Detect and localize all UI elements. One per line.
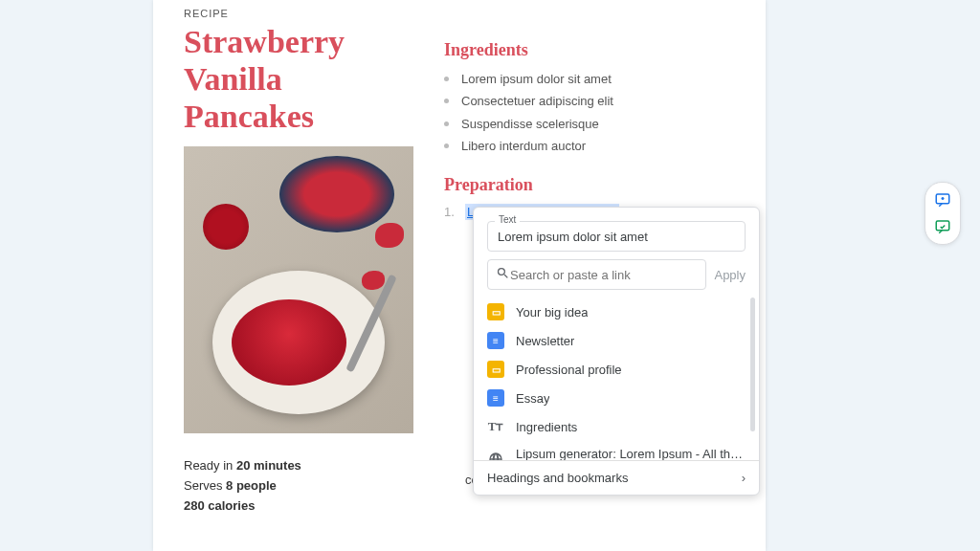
add-comment-button[interactable]	[929, 187, 956, 213]
recipe-title: Strawberry Vanilla Pancakes	[184, 23, 413, 135]
serves-value: 8 people	[226, 478, 277, 493]
suggestion-newsletter[interactable]: ≡ Newsletter	[474, 326, 759, 355]
chevron-right-icon: ›	[742, 471, 746, 485]
side-toolbar	[924, 182, 961, 245]
link-suggestions: ▭ Your big idea ≡ Newsletter ▭ Professio…	[474, 298, 759, 460]
ingredient-item: Lorem ipsum dolor sit amet	[444, 68, 735, 90]
link-search-box[interactable]	[487, 259, 706, 290]
docs-icon: ≡	[487, 389, 504, 407]
text-field-label: Text	[495, 214, 520, 225]
ingredient-item: Consectetuer adipiscing elit	[444, 90, 735, 112]
headings-bookmarks-label: Headings and bookmarks	[487, 471, 628, 485]
ready-value: 20 minutes	[236, 458, 301, 473]
headings-bookmarks-row[interactable]: Headings and bookmarks ›	[474, 460, 759, 495]
preparation-heading: Preparation	[444, 175, 735, 195]
slides-icon: ▭	[487, 361, 504, 378]
suggestion-essay[interactable]: ≡ Essay	[474, 384, 759, 412]
recipe-category: RECIPE	[184, 8, 735, 19]
suggest-edits-button[interactable]	[929, 213, 956, 240]
calories: 280 calories	[184, 498, 255, 513]
insert-link-popup: Text Apply ▭ Your big idea ≡ Newsletter …	[473, 207, 760, 496]
ingredients-heading: Ingredients	[444, 40, 735, 60]
left-column: Strawberry Vanilla Pancakes Ready in 20 …	[184, 23, 413, 517]
ingredient-item: Libero interdum auctor	[444, 135, 735, 157]
serves-label: Serves	[184, 478, 226, 493]
suggestion-your-big-idea[interactable]: ▭ Your big idea	[474, 298, 759, 326]
ready-label: Ready in	[184, 458, 236, 473]
ingredient-item: Suspendisse scelerisque	[444, 113, 735, 135]
suggestion-ingredients-heading[interactable]: Tᴛ Ingredients	[474, 412, 759, 441]
globe-icon	[487, 451, 504, 460]
suggestion-professional-profile[interactable]: ▭ Professional profile	[474, 355, 759, 384]
search-icon	[496, 266, 510, 283]
recipe-photo	[184, 146, 413, 433]
docs-icon: ≡	[487, 332, 504, 349]
link-text-input[interactable]	[487, 221, 746, 252]
link-search-input[interactable]	[510, 268, 698, 282]
heading-icon: Tᴛ	[487, 418, 504, 435]
apply-button[interactable]: Apply	[714, 268, 746, 282]
slides-icon: ▭	[487, 303, 504, 320]
svg-rect-3	[936, 221, 949, 231]
recipe-meta: Ready in 20 minutes Serves 8 people 280 …	[184, 456, 413, 516]
suggestion-lipsum-generator[interactable]: Lipsum generator: Lorem Ipsum - All the …	[474, 441, 759, 460]
scrollbar[interactable]	[750, 298, 755, 431]
ingredients-list: Lorem ipsum dolor sit amet Consectetuer …	[444, 68, 735, 158]
